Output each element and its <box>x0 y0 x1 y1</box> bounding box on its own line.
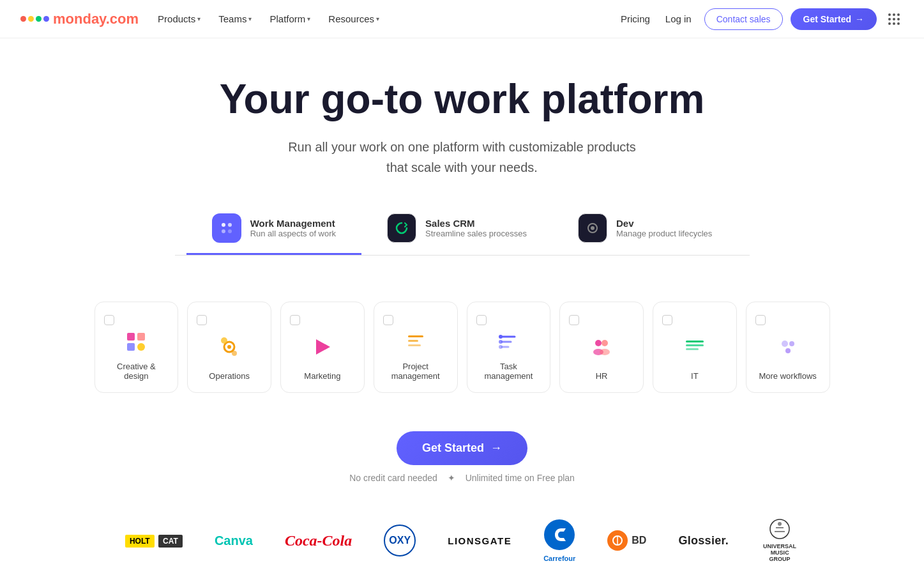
svg-rect-8 <box>127 343 135 351</box>
sales-crm-icon <box>387 213 416 243</box>
svg-point-32 <box>789 341 794 346</box>
card-more-workflows-label: More workflows <box>755 371 821 381</box>
card-task-management[interactable]: Task management <box>467 302 551 393</box>
grid-dot <box>897 22 900 25</box>
card-project-management-label: Project management <box>383 362 448 381</box>
get-started-hero-button[interactable]: Get Started → <box>397 431 527 465</box>
cta-note-2: Unlimited time on Free plan <box>466 473 575 483</box>
get-started-hero-label: Get Started <box>422 441 484 455</box>
grid-dot <box>897 13 900 16</box>
nav-products-label: Products <box>158 13 195 24</box>
lionsgate-logo: LIONSGATE <box>448 535 511 546</box>
arrow-right-icon: → <box>855 14 864 24</box>
hero-subtext: Run all your work on one platform with c… <box>284 137 641 178</box>
svg-point-24 <box>595 340 602 346</box>
hero-headline: Your go-to work platform <box>13 77 911 121</box>
card-marketing[interactable]: Marketing <box>280 302 365 393</box>
logos-section: HOLT CAT Canva Coca-Cola OXY LIONSGATE C… <box>0 493 924 575</box>
tab-sales-crm-title: Sales CRM <box>425 218 527 229</box>
svg-point-12 <box>221 337 227 344</box>
card-checkbox[interactable] <box>662 315 672 325</box>
grid-dot <box>893 18 895 20</box>
nav-products[interactable]: Products ▾ <box>151 8 207 29</box>
task-management-icon <box>497 330 520 358</box>
svg-point-1 <box>228 223 232 227</box>
card-checkbox[interactable] <box>383 315 393 325</box>
card-project-management[interactable]: Project management <box>374 302 458 393</box>
svg-point-11 <box>227 345 231 349</box>
grid-dot <box>893 22 895 25</box>
card-it[interactable]: IT <box>653 302 737 393</box>
card-hr[interactable]: HR <box>559 302 644 393</box>
card-checkbox[interactable] <box>476 315 487 325</box>
svg-point-9 <box>137 343 145 351</box>
dot-blue <box>43 16 49 22</box>
tab-dev-title: Dev <box>616 218 712 229</box>
apps-grid-icon[interactable] <box>884 10 904 29</box>
contact-sales-button[interactable]: Contact sales <box>704 8 783 30</box>
svg-point-2 <box>222 229 225 233</box>
it-icon <box>683 335 706 363</box>
holt-cat-logo: HOLT <box>125 535 155 548</box>
nav-pricing[interactable]: Pricing <box>618 8 653 29</box>
svg-point-25 <box>602 340 608 346</box>
nav-login[interactable]: Log in <box>660 8 697 29</box>
nav-left: monday.com Products ▾ Teams ▾ Platform ▾… <box>20 8 386 29</box>
logo-suffix: .com <box>106 11 139 27</box>
work-management-icon <box>212 213 241 243</box>
logo-monday: monday <box>53 11 106 27</box>
operations-icon <box>218 335 241 363</box>
grid-dot <box>897 18 900 20</box>
card-checkbox[interactable] <box>197 315 207 325</box>
tab-work-management-sub: Run all aspects of work <box>250 229 336 238</box>
card-checkbox[interactable] <box>104 315 114 325</box>
nav-teams[interactable]: Teams ▾ <box>212 8 258 29</box>
cta-separator: ✦ <box>448 473 455 483</box>
grid-dot <box>888 22 891 25</box>
tab-dev-sub: Manage product lifecycles <box>616 229 712 238</box>
logo[interactable]: monday.com <box>20 11 139 27</box>
card-operations-label: Operations <box>197 371 262 381</box>
nav-right: Pricing Log in Contact sales Get Started… <box>618 8 904 30</box>
nav-platform[interactable]: Platform ▾ <box>263 8 317 29</box>
svg-rect-15 <box>408 335 423 337</box>
tab-work-management[interactable]: Work Management Run all aspects of work <box>186 203 361 255</box>
nav-platform-label: Platform <box>269 13 305 24</box>
chevron-down-icon: ▾ <box>197 15 201 22</box>
chevron-down-icon: ▾ <box>248 15 252 22</box>
svg-point-33 <box>785 348 791 353</box>
nav-resources-label: Resources <box>328 13 374 24</box>
arrow-right-icon: → <box>490 441 502 455</box>
svg-rect-17 <box>408 344 421 346</box>
coca-cola-logo: Coca-Cola <box>285 532 352 549</box>
nav-resources[interactable]: Resources ▾ <box>322 8 386 29</box>
cta-note: No credit card needed ✦ Unlimited time o… <box>0 473 924 483</box>
tab-work-management-title: Work Management <box>250 218 336 229</box>
card-it-label: IT <box>662 371 727 381</box>
card-operations[interactable]: Operations <box>187 302 271 393</box>
svg-rect-29 <box>686 344 704 346</box>
glossier-logo: Glossier. <box>678 534 729 548</box>
oxy-logo: OXY <box>384 525 416 556</box>
svg-point-0 <box>222 223 225 227</box>
svg-point-27 <box>600 349 610 355</box>
get-started-nav-button[interactable]: Get Started → <box>791 8 877 30</box>
card-more-workflows[interactable]: More workflows <box>746 302 830 393</box>
svg-point-13 <box>232 351 237 356</box>
card-task-management-label: Task management <box>476 362 542 381</box>
svg-point-34 <box>544 519 575 550</box>
card-checkbox[interactable] <box>290 315 300 325</box>
work-management-text: Work Management Run all aspects of work <box>250 218 336 238</box>
svg-rect-16 <box>408 340 418 342</box>
umg-logo: UNIVERSAL MUSIC GROUP <box>761 519 799 562</box>
tab-sales-crm[interactable]: Sales CRM Streamline sales processes <box>361 203 552 255</box>
cta-section: Get Started → No credit card needed ✦ Un… <box>0 418 924 493</box>
svg-marker-14 <box>316 339 330 355</box>
tab-sales-crm-sub: Streamline sales processes <box>425 229 527 238</box>
card-checkbox[interactable] <box>755 315 766 325</box>
card-checkbox[interactable] <box>569 315 579 325</box>
card-hr-label: HR <box>569 371 634 381</box>
card-creative-design[interactable]: Creative & design <box>95 302 179 393</box>
tab-dev[interactable]: Dev Manage product lifecycles <box>552 203 738 255</box>
card-creative-label: Creative & design <box>104 362 169 381</box>
